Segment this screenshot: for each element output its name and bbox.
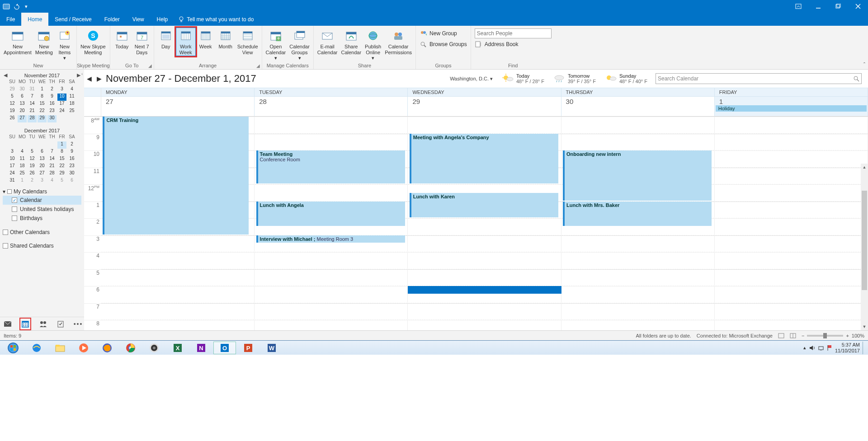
tray-volume-icon[interactable]	[809, 345, 815, 351]
taskbar-word-icon[interactable]: W	[260, 342, 283, 354]
time-slot[interactable]	[561, 270, 715, 286]
tasks-view-icon[interactable]	[57, 320, 64, 328]
mini-cal-day[interactable]: 26	[8, 115, 17, 122]
mini-cal-day[interactable]: 6	[38, 149, 47, 156]
mini-cal-day[interactable]: 17	[8, 163, 17, 170]
calendar-event[interactable]	[408, 286, 561, 294]
time-slot[interactable]	[408, 320, 561, 330]
people-view-icon[interactable]	[39, 320, 47, 328]
calendar-event[interactable]: Meeting with Angela's Company	[410, 134, 558, 184]
time-slot[interactable]	[101, 304, 255, 320]
mini-cal-day[interactable]: 30	[67, 170, 76, 178]
mini-cal-day[interactable]: 3	[57, 86, 66, 94]
goto-dialog-launcher[interactable]: ◢	[147, 63, 153, 68]
other-calendars-header[interactable]: Other Calendars	[3, 228, 81, 236]
today-button[interactable]: Today	[112, 28, 132, 51]
new-meeting-button[interactable]: New Meeting	[33, 28, 55, 56]
view-normal-icon[interactable]	[778, 333, 784, 338]
mini-cal-day[interactable]: 22	[38, 108, 47, 115]
time-slot[interactable]	[561, 134, 715, 150]
mini-cal-day[interactable]: 1	[38, 86, 47, 94]
time-slot[interactable]	[255, 117, 408, 133]
tell-me[interactable]: Tell me what you want to do	[174, 13, 258, 26]
time-slot[interactable]	[255, 304, 408, 320]
mini-cal-day[interactable]: 31	[28, 86, 37, 94]
new-group-button[interactable]: +New Group	[420, 28, 467, 38]
mini-cal-day[interactable]: 13	[18, 101, 27, 108]
weather-day[interactable]: Tomorrow39° F / 35° F	[553, 73, 596, 84]
calendar-groups-button[interactable]: Calendar Groups ▾	[288, 28, 311, 62]
time-slot[interactable]	[408, 253, 561, 269]
time-slot[interactable]	[101, 270, 255, 286]
tray-expand-icon[interactable]: ▴	[803, 345, 806, 351]
mail-view-icon[interactable]	[4, 320, 12, 328]
mini-cal-day[interactable]: 26	[28, 170, 37, 178]
mini-cal-day[interactable]: 13	[38, 156, 47, 163]
mini-cal-day[interactable]: 7	[47, 149, 57, 156]
time-slot[interactable]	[408, 117, 561, 133]
mini-cal-day[interactable]: 19	[8, 108, 17, 115]
time-slot[interactable]	[715, 134, 868, 150]
calendar-view-icon[interactable]	[22, 320, 29, 328]
taskbar-chrome-icon[interactable]	[119, 342, 142, 354]
scroll-up-icon[interactable]: ▲	[861, 164, 868, 171]
qat-customize-icon[interactable]: ▾	[23, 3, 30, 10]
time-slot[interactable]	[715, 236, 868, 252]
time-slot[interactable]	[715, 219, 868, 235]
scroll-down-icon[interactable]: ▼	[861, 323, 868, 330]
mini-cal-day[interactable]: 5	[57, 178, 66, 185]
taskbar-outlook-icon[interactable]: O	[213, 342, 236, 354]
mini-cal-day[interactable]: 6	[67, 178, 76, 185]
open-calendar-button[interactable]: +Open Calendar ▾	[264, 28, 288, 62]
mini-cal-day[interactable]: 8	[57, 149, 66, 156]
collapse-sidebar-icon[interactable]: ‹	[81, 71, 83, 76]
time-slot[interactable]	[255, 286, 408, 303]
time-slot[interactable]	[561, 253, 715, 269]
close-button[interactable]	[848, 0, 868, 13]
mini-cal-next[interactable]: ▶	[76, 72, 81, 78]
mini-cal-day[interactable]: 21	[47, 163, 57, 170]
mini-cal-day[interactable]: 24	[8, 170, 17, 178]
calendar-event[interactable]: Lunch with Angela	[256, 202, 405, 226]
time-slot[interactable]	[715, 168, 868, 184]
browse-groups-button[interactable]: Browse Groups	[420, 39, 467, 49]
zoom-out-icon[interactable]: −	[802, 333, 804, 338]
mini-cal-day[interactable]: 14	[28, 101, 37, 108]
zoom-slider[interactable]: − + 100%	[802, 333, 864, 338]
tab-file[interactable]: File	[0, 13, 21, 26]
time-slot[interactable]	[561, 286, 715, 303]
mini-cal-day[interactable]: 12	[8, 101, 17, 108]
mini-cal-day[interactable]: 20	[18, 108, 27, 115]
taskbar-powerpoint-icon[interactable]: P	[237, 342, 259, 354]
mini-cal-day[interactable]: 15	[57, 156, 66, 163]
mini-cal-day[interactable]: 4	[47, 178, 57, 185]
calendar-event[interactable]: Team MeetingConference Room	[256, 150, 405, 183]
time-slot[interactable]	[715, 320, 868, 330]
new-items-button[interactable]: ✦New Items ▾	[55, 28, 75, 62]
calendar-item[interactable]: United States holidays	[3, 205, 81, 214]
email-calendar-button[interactable]: E-mail Calendar	[316, 28, 340, 56]
time-slot[interactable]	[255, 320, 408, 330]
time-slot[interactable]	[715, 286, 868, 303]
undo-icon[interactable]	[13, 3, 20, 10]
view-reading-icon[interactable]	[790, 333, 796, 338]
mini-cal-day[interactable]: 5	[28, 149, 37, 156]
calendar-item[interactable]: Birthdays	[3, 214, 81, 223]
mini-cal-day[interactable]: 8	[38, 94, 47, 101]
mini-cal-day[interactable]: 4	[18, 149, 27, 156]
time-slot[interactable]	[715, 304, 868, 320]
time-slot[interactable]	[561, 304, 715, 320]
mini-cal-day[interactable]: 15	[38, 101, 47, 108]
calendar-event[interactable]: Interview with Michael ; Meeting Room 3	[256, 235, 405, 243]
publish-online-button[interactable]: Publish Online ▾	[363, 28, 383, 62]
mini-cal-day[interactable]: 11	[67, 94, 76, 101]
mini-cal-day[interactable]: 16	[67, 156, 76, 163]
time-slot[interactable]	[255, 253, 408, 269]
mini-cal-day[interactable]: 2	[67, 141, 76, 149]
time-slot[interactable]	[715, 253, 868, 269]
allday-cell[interactable]: 1Holiday	[715, 97, 868, 116]
weather-day[interactable]: Today48° F / 28° F	[502, 73, 544, 84]
tray-flag-icon[interactable]	[827, 345, 832, 351]
taskbar-ie-icon[interactable]	[25, 342, 48, 354]
tab-send-receive[interactable]: Send / Receive	[48, 13, 98, 26]
